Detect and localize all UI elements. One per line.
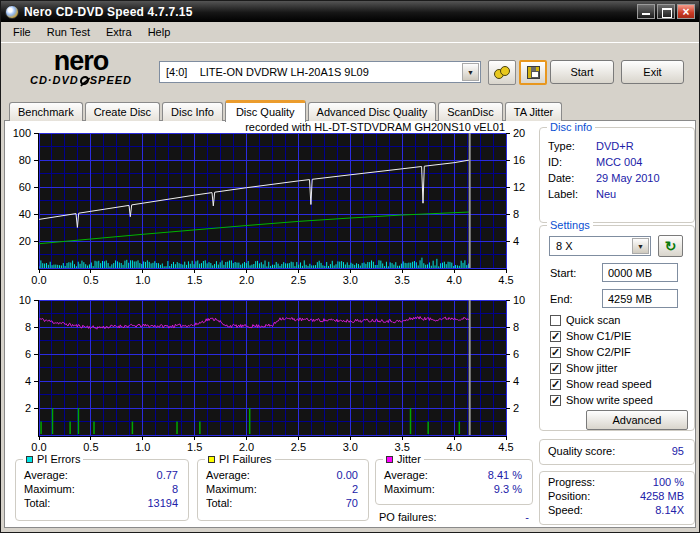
tab-scandisc[interactable]: ScanDisc <box>438 102 502 121</box>
quality-scan-chart: 20406080100481216200.00.51.01.52.02.53.0… <box>7 133 537 286</box>
advanced-button[interactable]: Advanced <box>586 410 688 430</box>
checkbox-show-read-speed[interactable]: ✓Show read speed <box>550 378 652 390</box>
menu-run-test[interactable]: Run Test <box>39 24 98 40</box>
svg-text:2: 2 <box>25 402 31 414</box>
svg-text:4.0: 4.0 <box>446 441 461 453</box>
tab-benchmark[interactable]: Benchmark <box>9 102 83 121</box>
stat-row: Average:0.00 <box>198 468 368 482</box>
drive-selector[interactable]: [4:0] LITE-ON DVDRW LH-20A1S 9L09 ▼ <box>159 61 481 83</box>
checkbox-box[interactable] <box>550 315 561 326</box>
quality-score-row: Quality score: 95 <box>540 444 694 458</box>
progress-panel: Progress:100 % Position:4258 MB Speed:8.… <box>539 471 695 525</box>
svg-text:2.5: 2.5 <box>291 441 306 453</box>
menu-extra[interactable]: Extra <box>98 24 140 40</box>
disc-date-row: Date:29 May 2010 <box>540 170 694 186</box>
tab-ta-jitter[interactable]: TA Jitter <box>505 102 563 121</box>
checkbox-box[interactable]: ✓ <box>550 331 561 342</box>
refresh-icon: ↻ <box>665 238 677 254</box>
checkbox-quick-scan[interactable]: Quick scan <box>550 314 620 326</box>
svg-text:4: 4 <box>25 375 31 387</box>
maximize-button[interactable] <box>657 4 675 19</box>
checkbox-show-c1-pie[interactable]: ✓Show C1/PIE <box>550 330 631 342</box>
svg-text:4.0: 4.0 <box>446 274 461 286</box>
menu-help[interactable]: Help <box>140 24 179 40</box>
disc-type-row: Type:DVD+R <box>540 138 694 154</box>
checkbox-box[interactable]: ✓ <box>550 363 561 374</box>
speed-selector-value: 8 X <box>556 240 573 252</box>
po-failures-row: PO failures: - <box>379 511 529 523</box>
svg-text:4: 4 <box>513 235 519 247</box>
end-field[interactable] <box>602 289 678 308</box>
nero-logo: nero CD·DVD SPEED <box>15 48 147 86</box>
speed-selector[interactable]: 8 X ▼ <box>549 236 651 256</box>
chevron-down-icon[interactable]: ▼ <box>632 238 649 254</box>
checkbox-box[interactable]: ✓ <box>550 347 561 358</box>
refresh-button[interactable]: ↻ <box>658 235 683 257</box>
tab-disc-info[interactable]: Disc Info <box>162 102 223 121</box>
svg-text:2.0: 2.0 <box>239 441 254 453</box>
svg-text:0.5: 0.5 <box>83 274 98 286</box>
tab-disc-quality[interactable]: Disc Quality <box>225 100 306 122</box>
stat-row: Total:70 <box>198 496 368 510</box>
checkbox-show-jitter[interactable]: ✓Show jitter <box>550 362 617 374</box>
disc-id-row: ID:MCC 004 <box>540 154 694 170</box>
svg-text:2.0: 2.0 <box>239 274 254 286</box>
window-title: Nero CD-DVD Speed 4.7.7.15 <box>24 5 193 19</box>
svg-text:4.5: 4.5 <box>498 274 513 286</box>
chevron-down-icon[interactable]: ▼ <box>462 63 479 81</box>
pi-errors-swatch-icon <box>26 456 33 463</box>
start-field[interactable] <box>602 263 678 282</box>
disc-info-title: Disc info <box>547 121 595 133</box>
exit-button[interactable]: Exit <box>621 60 684 84</box>
svg-text:20: 20 <box>19 235 31 247</box>
svg-text:3.0: 3.0 <box>343 441 358 453</box>
svg-text:0.0: 0.0 <box>31 441 46 453</box>
save-button[interactable] <box>519 60 547 85</box>
svg-text:60: 60 <box>19 181 31 193</box>
svg-text:8: 8 <box>513 321 519 333</box>
stat-row: Total:13194 <box>16 496 188 510</box>
disc-label-row: Label:Neu <box>540 186 694 202</box>
logo-cd-dvd-text: CD·DVD <box>30 75 79 86</box>
svg-text:3.5: 3.5 <box>395 274 410 286</box>
stat-row: Maximum:9.3 % <box>376 482 532 496</box>
tab-bar: Benchmark Create Disc Disc Info Disc Qua… <box>1 98 699 120</box>
jitter-title: Jitter <box>397 453 421 465</box>
discs-button[interactable] <box>488 60 516 85</box>
nero-logo-text: nero <box>15 48 147 75</box>
checkbox-show-write-speed[interactable]: ✓Show write speed <box>550 394 653 406</box>
close-button[interactable]: × <box>677 4 695 19</box>
tab-advanced-disc-quality[interactable]: Advanced Disc Quality <box>308 102 437 121</box>
chart-title: recorded with HL-DT-STDVDRAM GH20NS10 vE… <box>5 121 505 133</box>
start-button[interactable]: Start <box>550 60 614 84</box>
progress-row: Progress:100 % <box>540 475 694 489</box>
pi-errors-panel: PI Errors Average:0.77 Maximum:8 Total:1… <box>15 459 189 521</box>
svg-text:8: 8 <box>513 208 519 220</box>
svg-text:4.5: 4.5 <box>498 441 513 453</box>
svg-text:8: 8 <box>25 321 31 333</box>
tab-create-disc[interactable]: Create Disc <box>85 102 160 121</box>
checkbox-box[interactable]: ✓ <box>550 379 561 390</box>
svg-text:2: 2 <box>513 402 519 414</box>
svg-text:0.5: 0.5 <box>83 441 98 453</box>
toolbar: nero CD·DVD SPEED [4:0] LITE-ON DVDRW LH… <box>1 42 699 98</box>
checkbox-box[interactable]: ✓ <box>550 395 561 406</box>
save-icon <box>527 66 540 79</box>
stat-row: Maximum:2 <box>198 482 368 496</box>
jitter-panel: Jitter Average:8.41 % Maximum:9.3 % <box>375 459 533 505</box>
menu-file[interactable]: File <box>5 24 39 40</box>
minimize-button[interactable] <box>637 4 655 19</box>
speed-row: Speed:8.14X <box>540 503 694 517</box>
pi-failures-swatch-icon <box>208 456 215 463</box>
menu-bar: File Run Test Extra Help <box>1 22 699 42</box>
stat-row: Average:8.41 % <box>376 468 532 482</box>
settings-panel: Settings 8 X ▼ ↻ Start: End: Quick scan … <box>539 225 695 431</box>
disc-info-panel: Disc info Type:DVD+R ID:MCC 004 Date:29 … <box>539 127 695 223</box>
svg-text:10: 10 <box>513 294 525 306</box>
svg-text:80: 80 <box>19 154 31 166</box>
checkbox-show-c2-pif[interactable]: ✓Show C2/PIF <box>550 346 631 358</box>
svg-text:16: 16 <box>513 154 525 166</box>
svg-text:40: 40 <box>19 208 31 220</box>
svg-text:20: 20 <box>513 127 525 139</box>
drive-selector-value: [4:0] LITE-ON DVDRW LH-20A1S 9L09 <box>166 66 369 78</box>
